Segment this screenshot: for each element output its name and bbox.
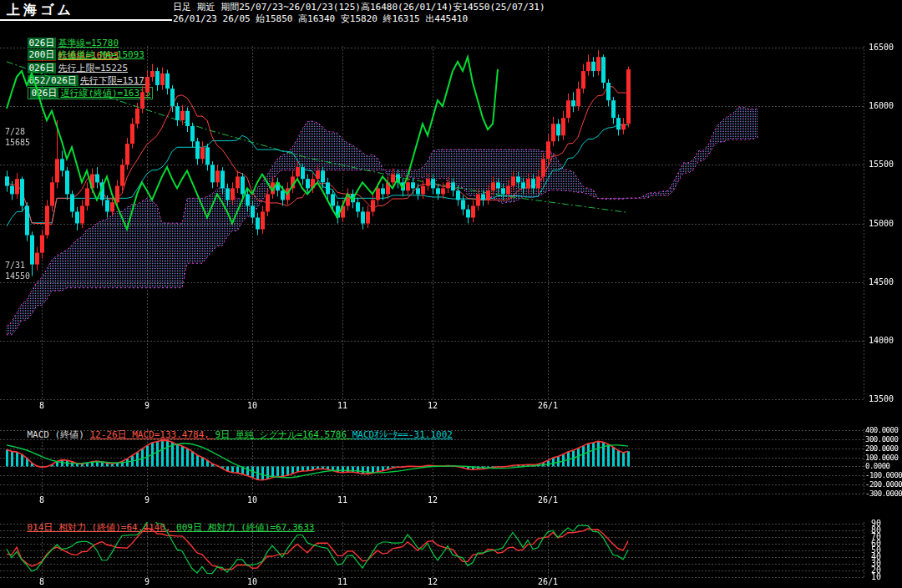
price-axis-label: 14500 (869, 278, 894, 286)
rsi-chart[interactable] (0, 522, 864, 579)
macd-axis-label: -300.0000 (865, 490, 902, 498)
rsi-axis-label: 70 (871, 533, 881, 541)
title-underline (0, 19, 172, 21)
rsi-axis-label: 90 (871, 520, 881, 528)
period-summary-line: 日足 期近 期間25/07/23~26/01/23(125)高16480(26/… (173, 1, 545, 13)
month-label: 12 (428, 402, 438, 410)
month-label: 8 (39, 402, 44, 410)
macd-axis-label: -100.0000 (865, 472, 902, 479)
month-label: 12 (428, 578, 438, 586)
price-axis-label: 15000 (869, 220, 894, 228)
price-axis-label: 14000 (869, 337, 894, 345)
macd-axis-label: -200.0000 (865, 481, 902, 489)
rsi-axis-label: 20 (871, 566, 881, 575)
price-axis-label: 13500 (869, 395, 894, 403)
price-axis-label: 16500 (869, 43, 894, 52)
month-label: 11 (337, 496, 347, 504)
macd-axis-label: 300.0000 (865, 436, 898, 444)
month-label: 9 (144, 578, 149, 586)
month-label: 26/1 (538, 496, 558, 504)
month-label: 10 (247, 578, 257, 586)
month-label: 9 (144, 496, 149, 504)
rsi-axis-label: 10 (871, 573, 881, 581)
rsi-axis-label: 30 (871, 560, 881, 568)
price-axis-label: 15500 (869, 160, 894, 169)
rsi-axis-label: 40 (871, 553, 881, 561)
month-label: 10 (247, 402, 257, 410)
month-label: 8 (39, 496, 44, 504)
month-label: 8 (39, 578, 44, 586)
macd-axis-label: 200.0000 (865, 445, 898, 453)
month-label: 26/1 (538, 578, 558, 586)
price-axis-label: 16000 (869, 102, 894, 110)
ohlc-summary-line: 26/01/23 26/05 始15850 高16340 安15820 終163… (173, 13, 468, 25)
month-label: 11 (337, 578, 347, 586)
main-price-chart[interactable] (0, 46, 864, 401)
rsi-axis-label: 80 (871, 526, 881, 535)
month-label: 12 (428, 496, 438, 504)
rsi-axis-label: 50 (871, 546, 881, 555)
rsi-axis-label: 60 (871, 540, 881, 548)
macd-chart[interactable] (0, 428, 864, 495)
month-label: 9 (144, 402, 149, 410)
macd-axis-label: 400.0000 (865, 427, 898, 434)
macd-axis-label: 100.0000 (865, 454, 898, 462)
month-label: 26/1 (538, 402, 558, 410)
instrument-title: 上海ゴム (7, 2, 74, 19)
macd-axis-label: 0.0000 (865, 463, 890, 470)
trading-chart-window: 上海ゴム 日足 期近 期間25/07/23~26/01/23(125)高1648… (0, 0, 902, 588)
month-label: 10 (247, 496, 257, 504)
month-label: 11 (337, 402, 347, 410)
